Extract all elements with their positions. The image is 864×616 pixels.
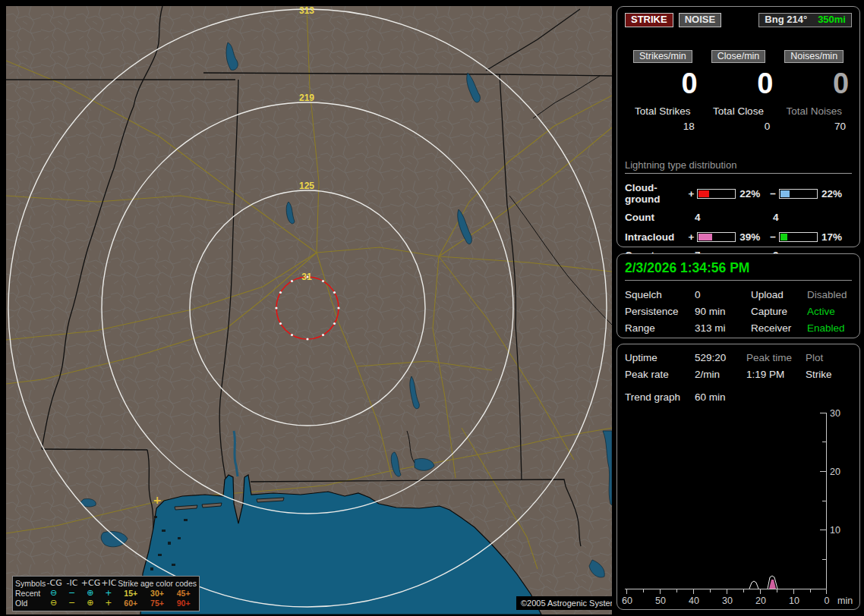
strikes-per-min-value: 0: [625, 68, 701, 99]
neg-ic-recent-icon: −: [63, 588, 81, 598]
ic-negative-bar: [779, 232, 818, 242]
x-tick-10: 10: [789, 596, 799, 606]
bearing-range: 350mi: [818, 14, 846, 25]
lightning-distribution: Lightning type distribution Cloud-ground…: [625, 159, 852, 261]
persistence-value: 90 min: [695, 306, 751, 317]
x-tick-0: 0: [825, 596, 830, 606]
capture-label: Capture: [751, 306, 807, 317]
status-panel: 2/3/2026 1:34:56 PM Squelch 0 Upload Dis…: [616, 253, 860, 338]
uptime-label: Uptime: [625, 352, 695, 363]
peak-time-header: Peak time: [746, 352, 806, 363]
ring-label-313: 313: [299, 6, 314, 16]
cg-positive-bar: [697, 189, 736, 199]
intracloud-row: Intracloud + 39% − 17%: [625, 231, 852, 243]
range-label: Range: [625, 322, 695, 334]
legend-header-pos-cg: +CG: [81, 578, 100, 588]
legend-row-old: Old ⊖ − ⊕ + 60+ 75+ 90+: [15, 598, 197, 608]
trend-graph-value: 60 min: [695, 391, 726, 403]
legend-header-pos-ic: +IC: [100, 578, 118, 588]
noise-button[interactable]: NOISE: [679, 13, 721, 27]
legend-row-recent: Recent ⊖ − ⊕ + 15+ 30+ 45+: [15, 588, 197, 598]
minus-sign: −: [770, 231, 779, 243]
x-tick-40: 40: [689, 596, 699, 606]
close-per-min-label: Close/min: [711, 50, 766, 63]
age-45: 45+: [170, 589, 197, 598]
plot-header: Plot: [806, 352, 852, 363]
legend-header-symbols: Symbols: [15, 579, 46, 588]
cg-negative-pct: 22%: [821, 188, 852, 200]
legend-header-neg-cg: -CG: [46, 578, 63, 588]
range-value: 313 mi: [695, 322, 751, 334]
ring-label-219: 219: [299, 93, 314, 103]
age-15: 15+: [118, 589, 144, 598]
close-per-min-value: 0: [701, 68, 777, 99]
strike-stats-panel: STRIKE NOISE Bng 214° 350mi Strikes/min …: [616, 6, 860, 247]
legend-header-neg-ic: -IC: [63, 578, 80, 588]
total-strikes-label: Total Strikes: [625, 105, 701, 117]
receiver-value: Enabled: [807, 322, 852, 334]
cg-positive-count: 4: [695, 212, 773, 223]
noises-per-min-label: Noises/min: [784, 50, 844, 63]
squelch-label: Squelch: [625, 289, 695, 300]
neg-cg-recent-icon: ⊖: [45, 588, 63, 598]
trend-peak-1: [749, 581, 758, 589]
minus-sign: −: [770, 188, 779, 200]
neg-ic-old-icon: −: [63, 598, 81, 608]
ring-label-125: 125: [299, 181, 314, 191]
bearing-value: Bng 214°: [765, 14, 807, 25]
plot-value: Strike: [806, 369, 852, 380]
x-tick-50: 50: [655, 596, 666, 606]
strikes-per-min-label: Strikes/min: [633, 50, 692, 63]
plus-sign: +: [689, 188, 698, 200]
squelch-value: 0: [695, 289, 751, 300]
strike-symbol: +: [153, 494, 162, 506]
y-tick-20: 20: [830, 467, 840, 477]
trend-peak-2-fill: [769, 580, 776, 589]
strikes-per-min-counter: Strikes/min 0 Total Strikes 18: [625, 50, 701, 132]
age-30: 30+: [144, 589, 171, 598]
symbol-legend: Symbols -CG -IC +CG +IC Strike age color…: [12, 576, 200, 611]
map-canvas: 313 219 125 31 +: [6, 6, 612, 614]
pos-cg-old-icon: ⊕: [81, 598, 99, 608]
uptime-value: 529:20: [695, 352, 746, 363]
age-90: 90+: [170, 599, 197, 608]
strike-button[interactable]: STRIKE: [625, 13, 673, 27]
noises-per-min-value: 0: [776, 68, 852, 99]
plus-sign: +: [689, 231, 698, 243]
pos-ic-recent-icon: +: [99, 588, 118, 598]
x-tick-20: 20: [755, 596, 766, 606]
x-tick-30: 30: [722, 596, 733, 606]
neg-cg-old-icon: ⊖: [45, 598, 63, 608]
receiver-label: Receiver: [751, 322, 807, 334]
total-noises-label: Total Noises: [776, 105, 852, 117]
strikestar-app: { "map": { "ring_labels": ["313", "219",…: [0, 0, 864, 616]
legend-old-label: Old: [15, 599, 45, 608]
upload-value: Disabled: [807, 289, 852, 300]
count-label: Count: [625, 212, 695, 223]
trend-graph: 30 20 10 60 50 40 30 20 10 0 min: [617, 404, 859, 609]
total-close-value: 0: [701, 121, 777, 132]
peak-rate-label: Peak rate: [625, 369, 695, 380]
peak-time-value: 1:19 PM: [746, 369, 806, 380]
trend-panel: Uptime 529:20 Peak time Plot Peak rate 2…: [616, 344, 860, 610]
total-noises-value: 70: [776, 121, 852, 132]
distribution-header: Lightning type distribution: [625, 159, 852, 174]
y-tick-30: 30: [830, 408, 840, 419]
legend-age-header: Strike age color codes: [118, 579, 197, 588]
trend-graph-label: Trend graph: [625, 391, 695, 403]
age-60: 60+: [118, 599, 144, 608]
ic-negative-pct: 17%: [821, 231, 852, 243]
total-close-label: Total Close: [701, 105, 777, 117]
ring-label-31: 31: [301, 272, 312, 282]
pos-ic-old-icon: +: [99, 598, 118, 608]
ic-positive-bar: [697, 232, 736, 242]
lightning-map: 313 219 125 31 + Symbols -CG -IC +CG +IC…: [6, 6, 612, 614]
bearing-indicator: Bng 214° 350mi: [758, 13, 852, 27]
close-per-min-counter: Close/min 0 Total Close 0: [701, 50, 777, 132]
cloud-ground-label: Cloud-ground: [625, 182, 689, 205]
cg-negative-bar: [779, 189, 818, 199]
cg-positive-pct: 22%: [739, 188, 770, 200]
cg-negative-count: 4: [773, 212, 779, 223]
upload-label: Upload: [751, 289, 807, 300]
capture-value: Active: [807, 306, 852, 317]
